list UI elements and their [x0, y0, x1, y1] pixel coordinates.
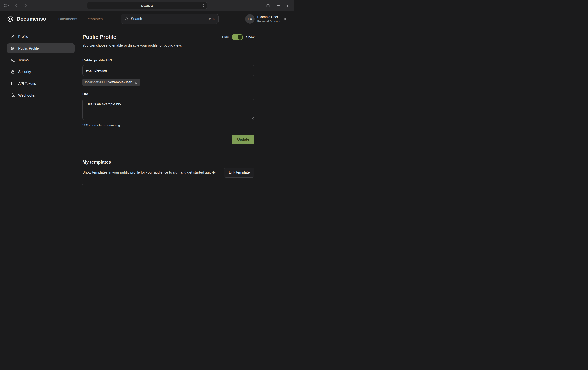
profile-link-text: localhost:3000/p/example-user: [85, 80, 132, 84]
sidebar-item-webhooks[interactable]: Webhooks: [7, 91, 75, 100]
forward-icon[interactable]: [24, 3, 28, 8]
main-content: Public Profile Hide Show You can choose …: [83, 32, 254, 185]
users-icon: [10, 58, 15, 62]
page-subtitle: You can choose to enable or disable your…: [83, 43, 254, 48]
account-menu[interactable]: EU Example User Personal Account: [245, 14, 287, 24]
tabs-overview-icon[interactable]: [286, 3, 291, 8]
template-card: Reusable Template This is a reusable tem…: [83, 183, 254, 185]
account-type: Personal Account: [257, 20, 280, 23]
avatar: EU: [245, 14, 255, 24]
webhook-icon: [10, 93, 15, 97]
search-input[interactable]: Search ⌘+K: [121, 14, 219, 24]
sidebar-item-label: Webhooks: [18, 93, 35, 97]
sidebar-item-public-profile[interactable]: Public Profile: [7, 43, 75, 53]
copy-icon: [134, 81, 137, 84]
sidebar-item-label: Security: [18, 70, 31, 74]
sidebar-item-label: API Tokens: [18, 82, 36, 86]
documenso-logo-icon: [7, 15, 14, 22]
update-button[interactable]: Update: [232, 135, 254, 144]
back-icon[interactable]: [14, 3, 19, 8]
nav-templates[interactable]: Templates: [86, 17, 103, 21]
my-templates-title: My templates: [83, 160, 254, 165]
my-templates-description: Show templates in your public profile fo…: [83, 170, 218, 175]
bio-field-label: Bio: [83, 92, 254, 96]
page-body: Profile Public Profile Teams Security AP…: [0, 27, 294, 185]
sidebar-item-profile[interactable]: Profile: [7, 32, 75, 41]
user-icon: [10, 34, 15, 39]
app-header: Documenso Documents Templates Search ⌘+K…: [0, 11, 294, 27]
main-nav: Documents Templates: [58, 17, 103, 21]
profile-link-chip[interactable]: localhost:3000/p/example-user: [83, 79, 140, 86]
lock-icon: [10, 70, 15, 74]
settings-sidebar: Profile Public Profile Teams Security AP…: [7, 32, 75, 185]
braces-icon: [10, 82, 15, 86]
share-icon[interactable]: [266, 3, 270, 8]
sidebar-item-label: Profile: [18, 35, 28, 39]
account-name: Example User: [257, 15, 280, 19]
characters-remaining: 233 characters remaining: [83, 123, 254, 127]
chevron-down-icon[interactable]: [8, 4, 10, 7]
copy-link-button[interactable]: [134, 81, 137, 84]
sidebar-item-api-tokens[interactable]: API Tokens: [7, 79, 75, 89]
sidebar-item-teams[interactable]: Teams: [7, 55, 75, 65]
link-template-button[interactable]: Link template: [224, 168, 254, 178]
toggle-knob: [238, 35, 242, 40]
sidebar-toggle-icon[interactable]: [3, 3, 8, 8]
search-shortcut: ⌘+K: [208, 17, 215, 21]
search-placeholder: Search: [131, 17, 142, 21]
page-title: Public Profile: [83, 34, 116, 40]
url-field-label: Public profile URL: [83, 58, 254, 62]
new-tab-icon[interactable]: [276, 3, 280, 8]
sidebar-item-label: Public Profile: [18, 46, 39, 51]
profile-visibility-toggle[interactable]: [232, 34, 243, 40]
bio-textarea[interactable]: This is an example bio.: [83, 99, 254, 120]
chevrons-up-down-icon: [284, 17, 287, 21]
brand[interactable]: Documenso: [7, 15, 46, 22]
public-profile-url-input[interactable]: [83, 65, 254, 76]
divider: [83, 53, 254, 53]
sidebar-item-security[interactable]: Security: [7, 67, 75, 77]
brand-name: Documenso: [17, 16, 46, 22]
toggle-show-label: Show: [246, 35, 254, 39]
sidebar-item-label: Teams: [18, 58, 29, 62]
nav-documents[interactable]: Documents: [58, 17, 77, 21]
toggle-hide-label: Hide: [222, 35, 229, 39]
address-bar[interactable]: localhost: [87, 2, 207, 9]
refresh-icon[interactable]: [201, 4, 205, 7]
search-icon: [124, 17, 128, 21]
browser-chrome: localhost: [0, 0, 294, 11]
address-bar-url: localhost: [141, 4, 153, 7]
globe-icon: [10, 46, 15, 51]
